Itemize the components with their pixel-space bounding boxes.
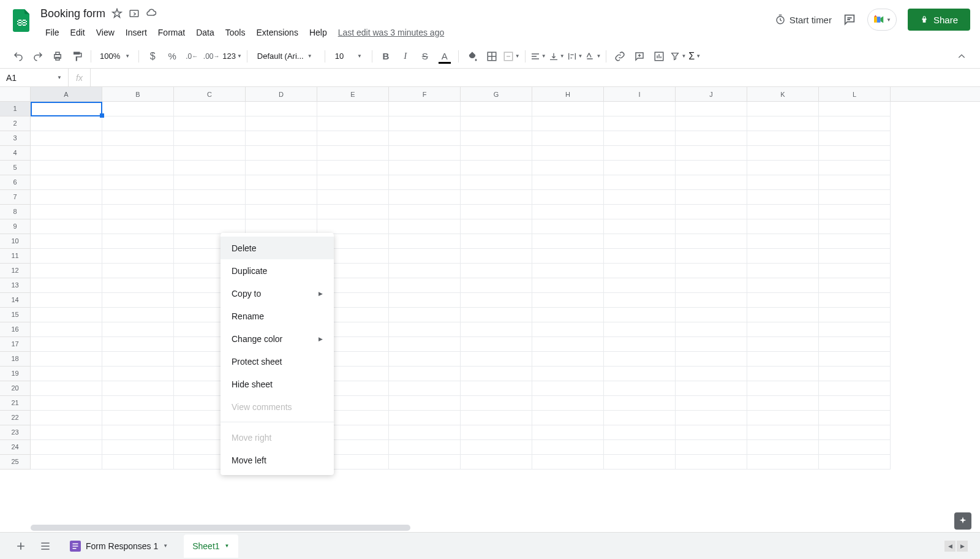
cell[interactable] — [747, 396, 819, 411]
cell[interactable] — [532, 219, 604, 234]
cell[interactable] — [819, 396, 891, 411]
cell[interactable] — [461, 381, 532, 396]
collapse-toolbar-button[interactable] — [953, 48, 970, 65]
cell[interactable] — [604, 396, 676, 411]
ctx-protect-sheet[interactable]: Protect sheet — [221, 350, 334, 373]
cells-area[interactable] — [31, 102, 891, 470]
cell[interactable] — [461, 337, 532, 352]
ctx-rename[interactable]: Rename — [221, 305, 334, 327]
cell[interactable] — [819, 322, 891, 337]
cell[interactable] — [461, 102, 532, 116]
cell[interactable] — [389, 455, 461, 470]
cell[interactable] — [819, 264, 891, 278]
cell[interactable] — [31, 425, 102, 440]
row-header[interactable]: 22 — [0, 411, 31, 425]
cell[interactable] — [604, 190, 676, 205]
row-header[interactable]: 18 — [0, 352, 31, 367]
cell[interactable] — [532, 322, 604, 337]
cell[interactable] — [604, 249, 676, 264]
col-header-i[interactable]: I — [604, 87, 676, 101]
cell[interactable] — [747, 219, 819, 234]
cell[interactable] — [102, 205, 174, 219]
cell[interactable] — [747, 337, 819, 352]
cell[interactable] — [102, 219, 174, 234]
paint-format-button[interactable] — [69, 48, 86, 65]
cell[interactable] — [174, 146, 246, 161]
cell[interactable] — [676, 381, 747, 396]
cell[interactable] — [31, 293, 102, 308]
currency-button[interactable]: $ — [144, 48, 161, 65]
cell[interactable] — [819, 367, 891, 381]
cell[interactable] — [819, 455, 891, 470]
cell[interactable] — [317, 102, 389, 116]
cell[interactable] — [676, 146, 747, 161]
cell[interactable] — [461, 161, 532, 175]
cell[interactable] — [461, 175, 532, 190]
cell[interactable] — [747, 322, 819, 337]
cell[interactable] — [676, 131, 747, 146]
cell[interactable] — [819, 175, 891, 190]
star-icon[interactable] — [111, 8, 123, 19]
row-header[interactable]: 20 — [0, 381, 31, 396]
cell[interactable] — [532, 161, 604, 175]
zoom-select[interactable]: 100%▼ — [96, 51, 134, 61]
cell[interactable] — [676, 175, 747, 190]
col-header-j[interactable]: J — [676, 87, 747, 101]
cell[interactable] — [389, 219, 461, 234]
cell[interactable] — [747, 381, 819, 396]
cell[interactable] — [31, 411, 102, 425]
menu-tools[interactable]: Tools — [221, 25, 251, 40]
cell[interactable] — [532, 411, 604, 425]
row-header[interactable]: 17 — [0, 337, 31, 352]
cell[interactable] — [676, 293, 747, 308]
cell[interactable] — [31, 175, 102, 190]
cell[interactable] — [461, 131, 532, 146]
row-header[interactable]: 23 — [0, 425, 31, 440]
cell[interactable] — [389, 190, 461, 205]
menu-format[interactable]: Format — [153, 25, 190, 40]
cell[interactable] — [389, 175, 461, 190]
cell[interactable] — [31, 146, 102, 161]
caret-down-icon[interactable]: ▼ — [225, 543, 230, 549]
cell[interactable] — [317, 146, 389, 161]
cell[interactable] — [461, 367, 532, 381]
col-header-k[interactable]: K — [747, 87, 819, 101]
cell[interactable] — [389, 308, 461, 322]
row-header[interactable]: 16 — [0, 322, 31, 337]
cell[interactable] — [31, 102, 102, 116]
cell[interactable] — [174, 131, 246, 146]
cell[interactable] — [102, 131, 174, 146]
cell[interactable] — [676, 308, 747, 322]
row-header[interactable]: 11 — [0, 249, 31, 264]
move-icon[interactable] — [129, 8, 140, 19]
row-header[interactable]: 5 — [0, 161, 31, 175]
cell[interactable] — [102, 352, 174, 367]
cell[interactable] — [819, 381, 891, 396]
filter-button[interactable]: ▼ — [670, 51, 686, 61]
font-select[interactable]: Default (Ari...▼ — [252, 51, 320, 61]
cell[interactable] — [676, 264, 747, 278]
cell[interactable] — [389, 131, 461, 146]
cell[interactable] — [532, 278, 604, 293]
cell[interactable] — [819, 249, 891, 264]
cell[interactable] — [389, 352, 461, 367]
menu-edit[interactable]: Edit — [66, 25, 90, 40]
menu-data[interactable]: Data — [191, 25, 219, 40]
col-header-g[interactable]: G — [461, 87, 532, 101]
last-edit-link[interactable]: Last edit was 3 minutes ago — [338, 28, 445, 37]
cell[interactable] — [102, 440, 174, 455]
menu-help[interactable]: Help — [304, 25, 332, 40]
cell[interactable] — [246, 131, 317, 146]
ctx-change-color[interactable]: Change color▶ — [221, 327, 334, 350]
font-size-select[interactable]: 10▼ — [330, 51, 367, 61]
cell[interactable] — [31, 116, 102, 131]
cell[interactable] — [174, 175, 246, 190]
cell[interactable] — [389, 337, 461, 352]
cell[interactable] — [246, 116, 317, 131]
cell[interactable] — [246, 219, 317, 234]
cell[interactable] — [102, 367, 174, 381]
cell[interactable] — [317, 161, 389, 175]
cell[interactable] — [174, 116, 246, 131]
cell[interactable] — [604, 102, 676, 116]
cell[interactable] — [389, 440, 461, 455]
